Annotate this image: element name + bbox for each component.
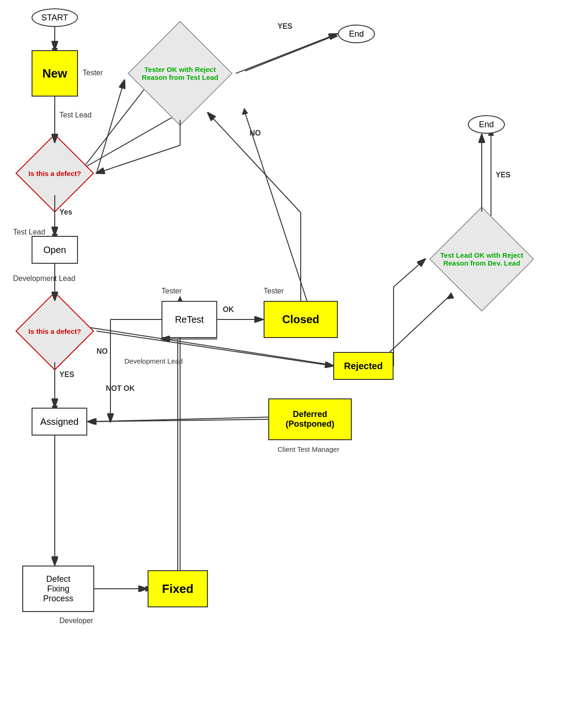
main-arrows [0,0,588,703]
diamond3-label: Is this a defect? [28,327,81,335]
svg-line-49 [394,259,425,287]
svg-line-47 [97,331,333,366]
diamond4-label: Test Lead OK with Reject Reason from Dev… [440,251,523,267]
svg-line-56 [97,80,124,173]
svg-line-55 [97,145,180,173]
diamond2-label: Is this a defect? [28,169,81,177]
flowchart-diagram: START New Tester Tester OK with Reject R… [0,0,588,703]
svg-line-52 [208,113,301,213]
svg-line-53 [236,34,337,73]
diamond1-label: Tester OK with Reject Reason from Test L… [142,65,219,81]
